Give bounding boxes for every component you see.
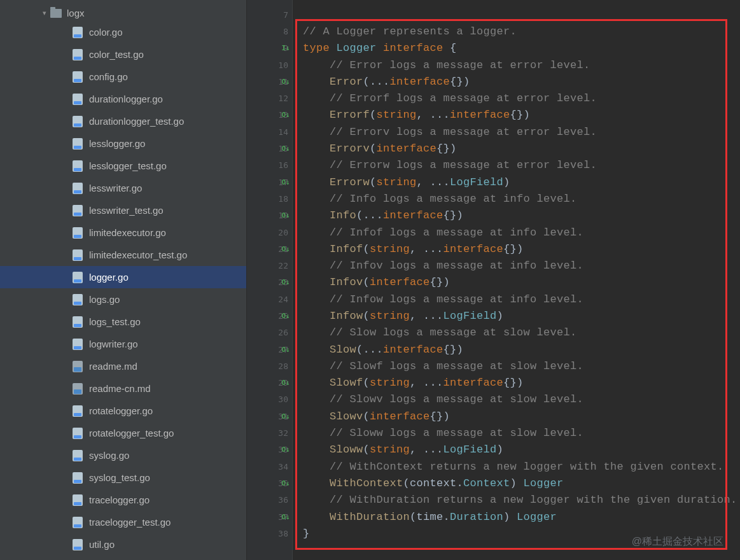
gutter-line: 16 xyxy=(247,157,292,174)
file-lesswriter_test-go[interactable]: lesswriter_test.go xyxy=(0,199,246,221)
code-line[interactable]: Errorw(string, ...LogField) xyxy=(293,174,740,190)
implements-marker-icon[interactable]: O↓ xyxy=(281,513,290,521)
file-limitedexecutor-go[interactable]: limitedexecutor.go xyxy=(0,221,246,244)
code-line[interactable]: Slow(...interface{}) xyxy=(293,341,740,358)
code-line[interactable]: // Info logs a message at info level. xyxy=(293,190,740,207)
file-label: lesswriter.go xyxy=(89,183,142,193)
implements-marker-icon[interactable]: O↓ xyxy=(281,278,290,286)
code-line[interactable]: Infof(string, ...interface{}) xyxy=(293,241,740,257)
code-line[interactable]: Infow(string, ...LogField) xyxy=(293,307,740,324)
file-lesslogger_test-go[interactable]: lesslogger_test.go xyxy=(0,155,246,177)
file-logger-go[interactable]: logger.go xyxy=(0,266,246,288)
gutter-line: 37O↓ xyxy=(247,508,292,525)
gutter-line: 13O↓ xyxy=(247,107,292,123)
code-line[interactable]: Slowv(interface{}) xyxy=(293,408,740,424)
gutter-line: 18 xyxy=(247,190,292,207)
go-file-icon xyxy=(73,249,83,261)
code-line[interactable]: // WithContext returns a new logger with… xyxy=(293,458,740,475)
project-tree[interactable]: ▾ logx color.gocolor_test.goconfig.godur… xyxy=(0,0,247,560)
code-line[interactable]: Infov(interface{}) xyxy=(293,274,740,291)
go-file-icon xyxy=(73,294,83,305)
go-file-icon xyxy=(73,160,83,172)
go-file-icon xyxy=(73,494,83,506)
code-line[interactable]: WithDuration(time.Duration) Logger xyxy=(293,508,740,525)
code-line[interactable]: // A Logger represents a logger. xyxy=(293,23,740,39)
file-lesswriter-go[interactable]: lesswriter.go xyxy=(0,177,246,199)
file-label: durationlogger.go xyxy=(89,94,163,104)
gutter-line: 17O↓ xyxy=(247,174,292,190)
file-label: logs_test.go xyxy=(89,316,141,327)
code-line[interactable]: // Errorf logs a message at error level. xyxy=(293,90,740,106)
implements-marker-icon[interactable]: O↓ xyxy=(281,178,290,186)
file-label: tracelogger_test.go xyxy=(89,517,171,528)
code-line[interactable]: // Errorw logs a message at error level. xyxy=(293,157,740,174)
file-limitedexecutor_test-go[interactable]: limitedexecutor_test.go xyxy=(0,244,246,266)
code-line[interactable]: Sloww(string, ...LogField) xyxy=(293,442,740,458)
gutter-line: 24 xyxy=(247,291,292,307)
code-line[interactable]: // Error logs a message at error level. xyxy=(293,57,740,73)
file-label: rotatelogger_test.go xyxy=(89,428,174,438)
implements-marker-icon[interactable]: O↓ xyxy=(281,144,290,153)
file-color_test-go[interactable]: color_test.go xyxy=(0,43,246,66)
file-color-go[interactable]: color.go xyxy=(0,21,246,43)
file-readme-md[interactable]: readme.md xyxy=(0,355,246,377)
file-label: readme.md xyxy=(89,361,137,372)
file-readme-cn-md[interactable]: readme-cn.md xyxy=(0,377,246,400)
file-label: config.go xyxy=(89,71,128,82)
gutter: 789I↓1011O↓1213O↓1415O↓1617O↓1819O↓2021O… xyxy=(247,0,293,560)
implements-marker-icon[interactable]: O↓ xyxy=(281,445,290,454)
implements-marker-icon[interactable]: O↓ xyxy=(281,245,290,253)
code-line[interactable]: // Slowv logs a message at slow level. xyxy=(293,391,740,408)
file-tracelogger-go[interactable]: tracelogger.go xyxy=(0,489,246,511)
file-label: syslog_test.go xyxy=(89,472,150,483)
file-rotatelogger_test-go[interactable]: rotatelogger_test.go xyxy=(0,422,246,444)
folder-icon xyxy=(50,9,62,18)
file-durationlogger-go[interactable]: durationlogger.go xyxy=(0,88,246,110)
implements-marker-icon[interactable]: O↓ xyxy=(281,346,290,354)
markdown-file-icon xyxy=(73,383,83,395)
code-line[interactable]: // WithDuration returns a new logger wit… xyxy=(293,492,740,508)
implements-marker-icon[interactable]: O↓ xyxy=(281,312,290,320)
code-line[interactable]: // Slowf logs a message at slow level. xyxy=(293,358,740,374)
code-line[interactable]: // Slow logs a message at slow level. xyxy=(293,325,740,341)
file-label: logwriter.go xyxy=(89,339,138,349)
code-line[interactable]: type Logger interface { xyxy=(293,40,740,57)
implements-marker-icon[interactable]: O↓ xyxy=(281,479,290,487)
go-file-icon xyxy=(73,94,83,105)
code-line[interactable]: // Infof logs a message at info level. xyxy=(293,224,740,241)
implements-marker-icon[interactable]: O↓ xyxy=(281,211,290,220)
implements-marker-icon[interactable]: O↓ xyxy=(281,78,290,86)
go-file-icon xyxy=(73,428,83,439)
go-file-icon xyxy=(73,138,83,150)
code-line[interactable]: Error(...interface{}) xyxy=(293,73,740,90)
implements-marker-icon[interactable]: I↓ xyxy=(281,44,290,52)
gutter-line: 25O↓ xyxy=(247,307,292,324)
file-util-go[interactable]: util.go xyxy=(0,533,246,556)
code-line[interactable]: // Errorv logs a message at error level. xyxy=(293,123,740,140)
code-line[interactable]: Info(...interface{}) xyxy=(293,207,740,224)
code-line[interactable]: // Sloww logs a message at slow level. xyxy=(293,424,740,441)
code-editor[interactable]: 789I↓1011O↓1213O↓1415O↓1617O↓1819O↓2021O… xyxy=(247,0,740,560)
file-syslog_test-go[interactable]: syslog_test.go xyxy=(0,466,246,489)
code-line[interactable]: Errorv(interface{}) xyxy=(293,140,740,157)
code-line[interactable]: // Infov logs a message at info level. xyxy=(293,257,740,274)
implements-marker-icon[interactable]: O↓ xyxy=(281,379,290,387)
file-logwriter-go[interactable]: logwriter.go xyxy=(0,333,246,355)
folder-logx[interactable]: ▾ logx xyxy=(0,5,246,21)
file-logs-go[interactable]: logs.go xyxy=(0,288,246,311)
code-line[interactable]: WithContext(context.Context) Logger xyxy=(293,475,740,491)
code-line[interactable]: // Infow logs a message at info level. xyxy=(293,291,740,307)
file-syslog-go[interactable]: syslog.go xyxy=(0,444,246,466)
code-area[interactable]: @稀土掘金技术社区 // A Logger represents a logge… xyxy=(293,0,740,560)
file-rotatelogger-go[interactable]: rotatelogger.go xyxy=(0,400,246,422)
implements-marker-icon[interactable]: O↓ xyxy=(281,111,290,119)
file-lesslogger-go[interactable]: lesslogger.go xyxy=(0,132,246,155)
code-line[interactable]: Slowf(string, ...interface{}) xyxy=(293,375,740,391)
implements-marker-icon[interactable]: O↓ xyxy=(281,412,290,421)
code-line[interactable]: Errorf(string, ...interface{}) xyxy=(293,107,740,123)
file-tracelogger_test-go[interactable]: tracelogger_test.go xyxy=(0,511,246,533)
file-logs_test-go[interactable]: logs_test.go xyxy=(0,311,246,333)
file-config-go[interactable]: config.go xyxy=(0,66,246,88)
file-durationlogger_test-go[interactable]: durationlogger_test.go xyxy=(0,110,246,132)
code-line[interactable] xyxy=(293,6,740,23)
